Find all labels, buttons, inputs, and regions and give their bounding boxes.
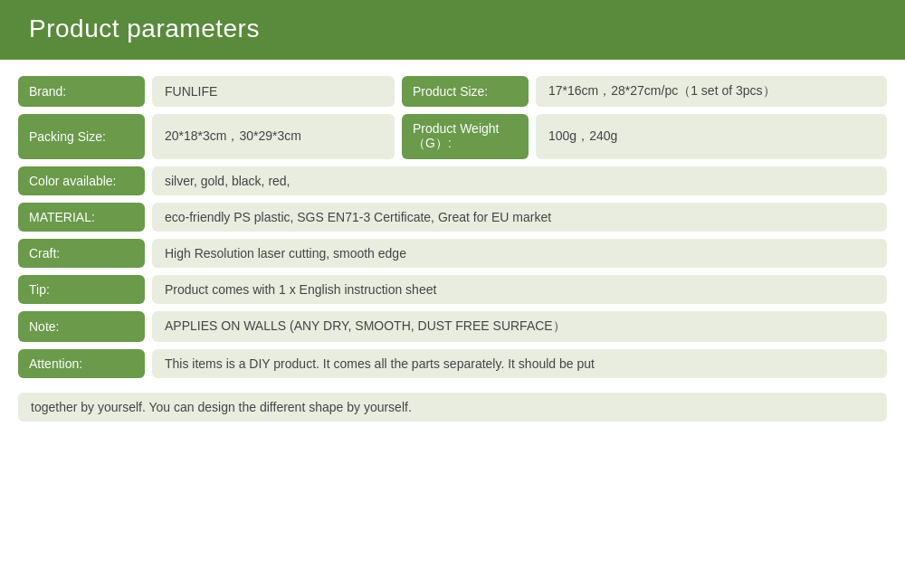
label-tip: Tip: <box>18 275 145 304</box>
attention-continuation: together by yourself. You can design the… <box>18 393 887 422</box>
label-note: Note: <box>18 311 145 342</box>
content-area: Brand: FUNLIFE Product Size: 17*16cm，28*… <box>0 60 905 432</box>
value-packing-size: 20*18*3cm，30*29*3cm <box>152 114 395 159</box>
label-color: Color available: <box>18 166 145 195</box>
row-note: Note: APPLIES ON WALLS (ANY DRY, SMOOTH,… <box>18 311 887 342</box>
row-packing-weight: Packing Size: 20*18*3cm，30*29*3cm Produc… <box>18 114 887 159</box>
row-craft: Craft: High Resolution laser cutting, sm… <box>18 239 887 268</box>
label-product-size: Product Size: <box>402 76 529 107</box>
value-material: eco-friendly PS plastic, SGS EN71-3 Cert… <box>152 203 887 232</box>
label-attention: Attention: <box>18 349 145 378</box>
value-color: silver, gold, black, red, <box>152 166 887 195</box>
value-note: APPLIES ON WALLS (ANY DRY, SMOOTH, DUST … <box>152 311 887 342</box>
label-packing-size: Packing Size: <box>18 114 145 159</box>
value-brand: FUNLIFE <box>152 76 395 107</box>
value-attention: This items is a DIY product. It comes al… <box>152 349 887 378</box>
row-material: MATERIAL: eco-friendly PS plastic, SGS E… <box>18 203 887 232</box>
value-tip: Product comes with 1 x English instructi… <box>152 275 887 304</box>
value-product-size: 17*16cm，28*27cm/pc（1 set of 3pcs） <box>536 76 887 107</box>
value-product-weight: 100g，240g <box>536 114 887 159</box>
label-material: MATERIAL: <box>18 203 145 232</box>
row-tip: Tip: Product comes with 1 x English inst… <box>18 275 887 304</box>
label-product-weight: Product Weight（G）: <box>402 114 529 159</box>
row-attention: Attention: This items is a DIY product. … <box>18 349 887 378</box>
row-brand-size: Brand: FUNLIFE Product Size: 17*16cm，28*… <box>18 76 887 107</box>
page-title: Product parameters <box>29 14 260 43</box>
label-craft: Craft: <box>18 239 145 268</box>
header: Product parameters <box>0 0 905 60</box>
page-container: Product parameters Brand: FUNLIFE Produc… <box>0 0 905 432</box>
value-craft: High Resolution laser cutting, smooth ed… <box>152 239 887 268</box>
row-color: Color available: silver, gold, black, re… <box>18 166 887 195</box>
label-brand: Brand: <box>18 76 145 107</box>
